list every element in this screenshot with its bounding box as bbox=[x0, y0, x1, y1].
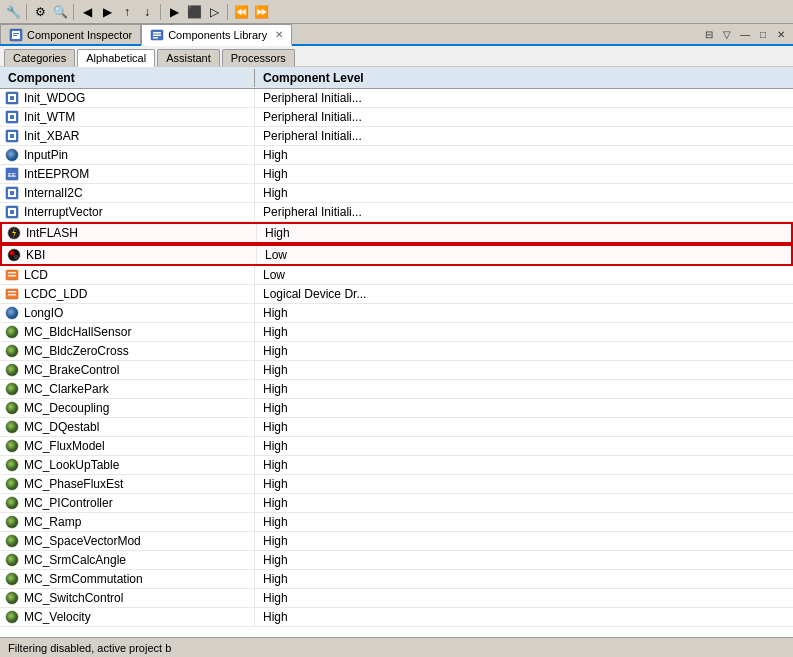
column-component-header: Component bbox=[0, 69, 255, 87]
table-row[interactable]: MC_SrmCalcAngleHigh bbox=[0, 551, 793, 570]
tab-close-button[interactable]: ✕ bbox=[275, 29, 283, 40]
sub-tab-assistant[interactable]: Assistant bbox=[157, 49, 220, 66]
toolbar-stop[interactable]: ⬛ bbox=[185, 3, 203, 21]
toolbar-play[interactable]: ▶ bbox=[165, 3, 183, 21]
sub-tab-processors[interactable]: Processors bbox=[222, 49, 295, 66]
component-icon-kbi bbox=[6, 247, 22, 263]
tab-action-minimize[interactable]: — bbox=[737, 26, 753, 42]
status-text: Filtering disabled, active project b bbox=[8, 642, 171, 654]
table-row[interactable]: KBILow bbox=[0, 244, 793, 266]
tab-components-library[interactable]: Components Library ✕ bbox=[141, 24, 292, 46]
tab-action-maximize[interactable]: □ bbox=[755, 26, 771, 42]
component-icon-mc bbox=[4, 343, 20, 359]
component-icon-peripheral bbox=[4, 90, 20, 106]
row-level-cell: High bbox=[255, 147, 793, 163]
table-row[interactable]: MC_SrmCommutationHigh bbox=[0, 570, 793, 589]
row-component-cell: LCDC_LDD bbox=[0, 285, 255, 303]
row-component-cell: InterruptVector bbox=[0, 203, 255, 221]
table-row[interactable]: MC_RampHigh bbox=[0, 513, 793, 532]
table-row[interactable]: MC_LookUpTableHigh bbox=[0, 456, 793, 475]
row-level-cell: High bbox=[255, 343, 793, 359]
toolbar-separator-3 bbox=[160, 4, 161, 20]
component-icon-lcd bbox=[4, 267, 20, 283]
table-row[interactable]: InternalI2CHigh bbox=[0, 184, 793, 203]
svg-rect-16 bbox=[10, 134, 14, 138]
toolbar-forward[interactable]: ▶ bbox=[98, 3, 116, 21]
toolbar-rewind[interactable]: ⏪ bbox=[232, 3, 250, 21]
table-row[interactable]: MC_PhaseFluxEstHigh bbox=[0, 475, 793, 494]
tab-action-close[interactable]: ✕ bbox=[773, 26, 789, 42]
tab-action-filter[interactable]: ▽ bbox=[719, 26, 735, 42]
component-name: MC_LookUpTable bbox=[24, 458, 119, 472]
table-row[interactable]: MC_SwitchControlHigh bbox=[0, 589, 793, 608]
row-component-cell: MC_BldcHallSensor bbox=[0, 323, 255, 341]
svg-rect-10 bbox=[10, 96, 14, 100]
table-row[interactable]: LCDLow bbox=[0, 266, 793, 285]
table-row[interactable]: MC_VelocityHigh bbox=[0, 608, 793, 627]
row-level-cell: Low bbox=[257, 247, 791, 263]
table-row[interactable]: LongIOHigh bbox=[0, 304, 793, 323]
table-row[interactable]: MC_SpaceVectorModHigh bbox=[0, 532, 793, 551]
table-row[interactable]: LCDC_LDDLogical Device Dr... bbox=[0, 285, 793, 304]
svg-point-46 bbox=[6, 478, 18, 490]
table-row[interactable]: Init_WTMPeripheral Initiali... bbox=[0, 108, 793, 127]
svg-point-28 bbox=[8, 249, 20, 261]
svg-point-38 bbox=[6, 326, 18, 338]
table-row[interactable]: MC_BldcHallSensorHigh bbox=[0, 323, 793, 342]
column-level-header: Component Level bbox=[255, 69, 793, 87]
row-level-cell: High bbox=[255, 185, 793, 201]
table-row[interactable]: MC_DQestablHigh bbox=[0, 418, 793, 437]
toolbar-up[interactable]: ↑ bbox=[118, 3, 136, 21]
component-list[interactable]: Init_WDOGPeripheral Initiali... Init_WTM… bbox=[0, 89, 793, 637]
row-component-cell: MC_BrakeControl bbox=[0, 361, 255, 379]
table-row[interactable]: Init_WDOGPeripheral Initiali... bbox=[0, 89, 793, 108]
tab-bar: Component Inspector Components Library ✕… bbox=[0, 24, 793, 46]
component-icon-mc bbox=[4, 457, 20, 473]
status-bar: Filtering disabled, active project b bbox=[0, 637, 793, 657]
svg-point-30 bbox=[14, 255, 18, 259]
row-component-cell: MC_FluxModel bbox=[0, 437, 255, 455]
toolbar-separator-4 bbox=[227, 4, 228, 20]
table-row[interactable]: MC_DecouplingHigh bbox=[0, 399, 793, 418]
svg-point-49 bbox=[6, 535, 18, 547]
component-icon-lcd bbox=[4, 286, 20, 302]
row-level-cell: High bbox=[255, 362, 793, 378]
table-row[interactable]: MC_BrakeControlHigh bbox=[0, 361, 793, 380]
table-row[interactable]: InputPinHigh bbox=[0, 146, 793, 165]
component-name: MC_BldcHallSensor bbox=[24, 325, 131, 339]
table-row[interactable]: MC_ClarkeParkHigh bbox=[0, 380, 793, 399]
sub-tab-categories[interactable]: Categories bbox=[4, 49, 75, 66]
row-component-cell: IntFLASH bbox=[2, 224, 257, 242]
component-name: InputPin bbox=[24, 148, 68, 162]
row-level-cell: High bbox=[255, 609, 793, 625]
component-name: MC_SrmCalcAngle bbox=[24, 553, 126, 567]
toolbar-fast-forward[interactable]: ⏩ bbox=[252, 3, 270, 21]
table-row[interactable]: MC_FluxModelHigh bbox=[0, 437, 793, 456]
table-row[interactable]: Init_XBARPeripheral Initiali... bbox=[0, 127, 793, 146]
table-row[interactable]: MC_PIControllerHigh bbox=[0, 494, 793, 513]
sub-tab-alphabetical[interactable]: Alphabetical bbox=[77, 49, 155, 67]
component-name: MC_BldcZeroCross bbox=[24, 344, 129, 358]
toolbar-icon-2[interactable]: ⚙ bbox=[31, 3, 49, 21]
table-row[interactable]: InterruptVectorPeripheral Initiali... bbox=[0, 203, 793, 222]
table-row[interactable]: MC_BldcZeroCrossHigh bbox=[0, 342, 793, 361]
tab-actions: ⊟ ▽ — □ ✕ bbox=[701, 24, 793, 44]
table-row[interactable]: EE IntEEPROMHigh bbox=[0, 165, 793, 184]
tab-action-list[interactable]: ⊟ bbox=[701, 26, 717, 42]
svg-point-44 bbox=[6, 440, 18, 452]
toolbar-step[interactable]: ▷ bbox=[205, 3, 223, 21]
table-row[interactable]: IntFLASHHigh bbox=[0, 222, 793, 244]
toolbar-icon-1[interactable]: 🔧 bbox=[4, 3, 22, 21]
svg-point-42 bbox=[6, 402, 18, 414]
toolbar-separator-2 bbox=[73, 4, 74, 20]
tab-component-inspector[interactable]: Component Inspector bbox=[0, 24, 141, 44]
svg-rect-22 bbox=[10, 191, 14, 195]
toolbar-down[interactable]: ↓ bbox=[138, 3, 156, 21]
component-name: MC_SpaceVectorMod bbox=[24, 534, 141, 548]
component-inspector-icon bbox=[9, 28, 23, 42]
toolbar-back[interactable]: ◀ bbox=[78, 3, 96, 21]
component-name: MC_PIController bbox=[24, 496, 113, 510]
row-level-cell: High bbox=[255, 438, 793, 454]
toolbar-icon-3[interactable]: 🔍 bbox=[51, 3, 69, 21]
component-icon-mc bbox=[4, 533, 20, 549]
